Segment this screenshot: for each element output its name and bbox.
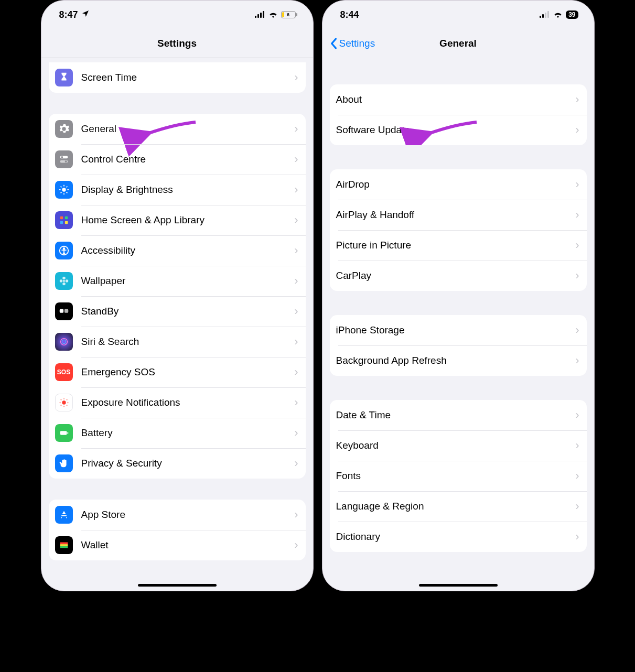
row-airdrop[interactable]: AirDrop › [330, 169, 587, 200]
chevron-right-icon: › [294, 365, 298, 379]
phone-settings: 8:47 6 Settings Screen Tim [41, 0, 314, 591]
row-software-update[interactable]: Software Update › [330, 115, 587, 145]
row-exposure[interactable]: Exposure Notifications › [49, 387, 306, 418]
row-fonts[interactable]: Fonts › [330, 461, 587, 491]
row-wallet[interactable]: Wallet › [49, 530, 306, 560]
chevron-right-icon: › [294, 71, 298, 84]
row-label: CarPlay [336, 270, 576, 281]
row-label: AirDrop [336, 179, 576, 190]
svg-rect-42 [67, 432, 68, 434]
row-datetime[interactable]: Date & Time › [330, 400, 587, 430]
svg-point-26 [59, 279, 62, 283]
nav-bar: Settings General [322, 29, 594, 58]
row-airplay[interactable]: AirPlay & Handoff › [330, 200, 587, 230]
chevron-right-icon: › [575, 469, 579, 483]
group-main: General › Control Centre › Display & Bri… [49, 114, 306, 479]
row-about[interactable]: About › [330, 84, 587, 115]
row-label: About [336, 94, 576, 105]
svg-rect-29 [64, 309, 68, 312]
row-label: Background App Refresh [336, 355, 576, 366]
chevron-right-icon: › [575, 239, 579, 252]
svg-point-32 [62, 400, 66, 404]
row-label: General [81, 123, 295, 135]
row-siri[interactable]: Siri & Search › [49, 327, 306, 357]
row-keyboard[interactable]: Keyboard › [330, 430, 587, 461]
row-dictionary[interactable]: Dictionary › [330, 522, 587, 552]
location-arrow-icon [81, 9, 90, 20]
svg-rect-17 [60, 216, 63, 220]
row-langregion[interactable]: Language & Region › [330, 491, 587, 522]
svg-point-37 [60, 399, 62, 400]
row-standby[interactable]: StandBy › [49, 296, 306, 327]
svg-rect-1 [257, 14, 259, 18]
svg-point-39 [66, 399, 68, 400]
row-appstore[interactable]: App Store › [49, 500, 306, 530]
row-storage[interactable]: iPhone Storage › [330, 315, 587, 345]
row-homescreen[interactable]: Home Screen & App Library › [49, 205, 306, 235]
sos-icon: SOS [55, 363, 73, 381]
svg-rect-0 [255, 16, 256, 18]
row-privacy[interactable]: Privacy & Security › [49, 448, 306, 479]
row-sos[interactable]: SOS Emergency SOS › [49, 357, 306, 387]
back-label: Settings [339, 38, 375, 49]
row-display[interactable]: Display & Brightness › [49, 175, 306, 205]
svg-rect-48 [545, 13, 546, 18]
row-pip[interactable]: Picture in Picture › [330, 230, 587, 261]
back-button[interactable]: Settings [330, 38, 375, 49]
chevron-right-icon: › [575, 208, 579, 222]
row-carplay[interactable]: CarPlay › [330, 261, 587, 291]
status-time: 8:47 [59, 9, 78, 20]
row-accessibility[interactable]: Accessibility › [49, 235, 306, 266]
wallet-icon [55, 536, 73, 554]
general-list[interactable]: About › Software Update › AirDrop › AirP… [322, 58, 594, 591]
svg-rect-49 [547, 11, 549, 18]
appstore-icon [55, 506, 73, 524]
row-label: Control Centre [81, 154, 295, 165]
row-label: Keyboard [336, 440, 576, 451]
status-bar: 8:47 6 [41, 1, 313, 29]
svg-line-14 [66, 192, 67, 193]
chevron-right-icon: › [294, 508, 298, 522]
chevron-right-icon: › [294, 213, 298, 227]
home-indicator[interactable] [138, 584, 217, 587]
row-wallpaper[interactable]: Wallpaper › [49, 266, 306, 296]
row-label: Fonts [336, 470, 576, 482]
row-label: Battery [81, 427, 295, 439]
svg-point-7 [64, 160, 67, 162]
gear-icon [55, 120, 73, 138]
hand-icon [55, 454, 73, 472]
row-label: Picture in Picture [336, 240, 576, 251]
svg-rect-28 [59, 309, 63, 312]
svg-rect-41 [60, 431, 67, 435]
row-label: Display & Brightness [81, 184, 295, 196]
row-general[interactable]: General › [49, 114, 306, 144]
row-label: Wallet [81, 539, 295, 551]
row-controlcentre[interactable]: Control Centre › [49, 144, 306, 175]
group-storage: iPhone Storage › Background App Refresh … [330, 315, 587, 376]
row-battery[interactable]: Battery › [49, 418, 306, 448]
svg-point-27 [65, 279, 68, 283]
row-screentime[interactable]: Screen Time › [49, 62, 306, 93]
cellular-icon [540, 9, 550, 20]
row-bgrefresh[interactable]: Background App Refresh › [330, 345, 587, 376]
chevron-right-icon: › [575, 269, 579, 283]
svg-point-6 [61, 156, 63, 158]
row-label: Wallpaper [81, 275, 295, 287]
svg-point-34 [63, 406, 64, 407]
group-airdrop: AirDrop › AirPlay & Handoff › Picture in… [330, 169, 587, 291]
settings-list[interactable]: Screen Time › General › Control Centre [41, 58, 313, 591]
svg-point-38 [66, 405, 68, 406]
row-label: Home Screen & App Library [81, 214, 295, 226]
chevron-right-icon: › [294, 183, 298, 197]
row-label: AirPlay & Handoff [336, 209, 576, 221]
row-label: Siri & Search [81, 336, 295, 348]
nav-title: Settings [157, 38, 197, 49]
svg-line-13 [60, 187, 61, 188]
svg-point-33 [63, 398, 64, 399]
home-indicator[interactable] [419, 584, 498, 587]
nav-bar: Settings [41, 29, 313, 58]
status-time: 8:44 [340, 9, 359, 20]
svg-point-25 [62, 283, 66, 286]
row-label: iPhone Storage [336, 324, 576, 336]
siri-icon [55, 333, 73, 351]
